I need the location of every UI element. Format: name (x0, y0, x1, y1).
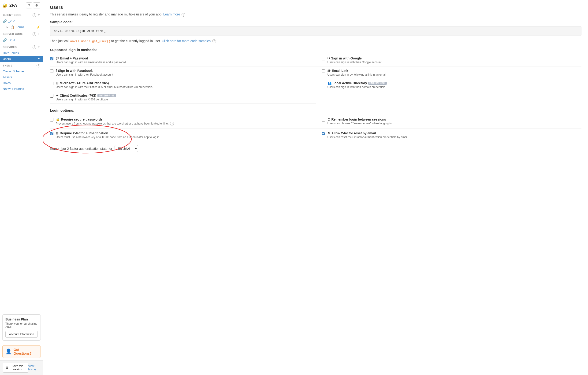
services-label: SERVICES (3, 46, 17, 49)
sidebar-item-assets[interactable]: Assets (0, 74, 43, 80)
business-plan-title: Business Plan (5, 317, 38, 321)
then-call-description: Then just call anvil.users.get_user() to… (50, 39, 581, 43)
client-code-label: CLIENT CODE (3, 14, 21, 16)
lock-icon: 🔒 (56, 118, 60, 121)
remember-login-checkbox[interactable] (322, 118, 325, 122)
settings-button[interactable]: ⚙ (33, 2, 40, 9)
services-help-icon[interactable]: ? (32, 45, 36, 49)
sidebar-item-label: Users (3, 57, 11, 61)
secure-passwords-checkbox[interactable] (50, 118, 53, 122)
view-history-link[interactable]: View history (28, 365, 40, 371)
help-button[interactable]: ? (26, 2, 32, 9)
services-section: SERVICES ? + (0, 43, 43, 50)
method-email-password: @ Email + Password Users can sign in wit… (50, 54, 316, 66)
sidebar-item-users[interactable]: Users ▼ (0, 56, 43, 62)
page-description: This service makes it easy to register a… (50, 12, 581, 17)
cert-icon: ✦ (56, 94, 59, 97)
email-password-checkbox[interactable] (50, 57, 53, 61)
server-code-add-button[interactable]: + (37, 32, 40, 36)
got-questions-box: 👤 Got Questions? (2, 345, 41, 358)
login-options-grid: 🔒 Require secure passwords Prevent users… (50, 115, 581, 142)
clock-icon: ⊙ (327, 118, 330, 121)
sidebar-item-data-tables[interactable]: Data Tables (0, 50, 43, 56)
theme-help-icon[interactable]: ? (37, 64, 40, 67)
2fa-icon: ⊞ (56, 131, 59, 135)
client-cert-checkbox[interactable] (50, 94, 53, 98)
learn-more-help-icon[interactable]: ? (182, 13, 185, 17)
server-code-label: SERVER CODE (3, 32, 23, 35)
method-desc-text: Users can sign in by following a link in… (327, 73, 582, 76)
method-desc-text: Users can sign in with an X.509 certific… (56, 98, 310, 101)
google-icon: G (327, 56, 330, 60)
method-name-text: Microsoft (Azure AD/Office 365) (60, 81, 109, 85)
secure-pass-help-icon[interactable]: ? (170, 122, 174, 125)
code-samples-help-icon[interactable]: ? (212, 39, 216, 43)
app-title: 2FA (9, 3, 25, 8)
expander-icon: ▶ (7, 26, 9, 28)
option-desc-text: Users can reset their 2-factor authentic… (327, 136, 582, 139)
require-2fa-checkbox[interactable] (50, 132, 53, 135)
module-icon: 🔗 (3, 38, 7, 42)
method-email-link: @ Email Link Users can sign in by follow… (316, 66, 582, 79)
lightning-icon: ⚡ (36, 25, 40, 29)
client-code-section: CLIENT CODE ? + (0, 11, 43, 18)
sidebar-item-label: _2FA (8, 38, 15, 42)
sidebar-item-label: Roles (3, 81, 10, 85)
business-plan-subtitle: Thank-you for purchasing Anvil. (5, 322, 38, 329)
learn-more-link[interactable]: Learn more (163, 12, 180, 16)
form-icon: 📋 (10, 25, 14, 29)
code-samples-link[interactable]: Click here for more code samples (162, 39, 210, 43)
method-desc-text: Users can sign in with their domain cred… (327, 85, 582, 89)
microsoft-checkbox[interactable] (50, 82, 53, 85)
method-desc-text: Users can sign in with their Office 365 … (56, 85, 310, 89)
save-icon: 🖫 (5, 366, 8, 369)
method-client-cert: ✦ Client Certificates (PKI) ENTERPRISE U… (50, 91, 316, 104)
services-add-button[interactable]: + (37, 45, 40, 49)
method-name-text: Sign in with Google (331, 56, 362, 60)
sidebar-item-2fa-server[interactable]: 🔗 _2FA (0, 37, 43, 43)
sample-code-block: anvil.users.login_with_form() (50, 26, 581, 36)
login-options-section: Login options: 🔒 Require secure password… (50, 108, 581, 155)
theme-label: THEME (3, 64, 12, 67)
server-code-section: SERVER CODE ? + (0, 30, 43, 37)
sidebar-item-2fa-client[interactable]: 🔗 _2FA (0, 18, 43, 24)
remember-2fa-label: Remember 2-factor authentication state f… (50, 147, 112, 151)
local-ad-checkbox[interactable] (322, 82, 325, 85)
google-checkbox[interactable] (322, 57, 325, 61)
option-name-text: Remember login between sessions (331, 118, 386, 121)
sidebar-item-label: Colour Scheme (3, 70, 24, 73)
method-name-text: Local Active Directory (333, 81, 367, 85)
sidebar-item-roles[interactable]: Roles (0, 80, 43, 86)
server-code-help-icon[interactable]: ? (32, 32, 36, 36)
email-link-checkbox[interactable] (322, 69, 325, 73)
module-icon: 🔗 (3, 19, 7, 23)
client-code-help-icon[interactable]: ? (32, 13, 36, 17)
save-version-button[interactable]: 🖫 Save this version (3, 363, 28, 373)
dropdown-arrow-icon: ▼ (37, 57, 40, 61)
sidebar: 🔐 2FA ? ⚙ CLIENT CODE ? + 🔗 _2FA ▶ 📋 For… (0, 0, 43, 375)
allow-2fa-reset-checkbox[interactable] (322, 132, 325, 135)
then-call-suffix: to get the currently logged-in user. (110, 39, 161, 43)
sidebar-item-colour-scheme[interactable]: Colour Scheme (0, 68, 43, 74)
sidebar-item-native-libraries[interactable]: Native Libraries (0, 86, 43, 92)
at-icon: @ (327, 69, 331, 72)
facebook-checkbox[interactable] (50, 69, 53, 73)
method-facebook: f Sign in with Facebook Users can sign i… (50, 66, 316, 79)
sidebar-item-label: _2FA (8, 19, 15, 23)
got-questions-text: Got Questions? (14, 348, 38, 355)
remember-2fa-select[interactable]: Disabled 1 hour 8 hours 24 hours 7 days … (115, 145, 138, 152)
sample-code-text: anvil.users.login_with_form() (54, 29, 107, 33)
account-information-button[interactable]: Account Information (5, 331, 38, 337)
method-name-text: Email Link (332, 69, 348, 72)
person-icon: 👤 (5, 349, 12, 355)
get-user-code: anvil.users.get_user() (70, 40, 110, 43)
sidebar-header: 🔐 2FA ? ⚙ (0, 0, 43, 11)
app-icon: 🔐 (3, 3, 8, 8)
client-code-add-button[interactable]: + (37, 13, 40, 17)
option-name-text: Allow 2-factor reset by email (331, 131, 376, 135)
page-title: Users (50, 5, 581, 10)
description-text: This service makes it easy to register a… (50, 12, 162, 16)
option-secure-passwords: 🔒 Require secure passwords Prevent users… (50, 115, 316, 129)
option-remember-login: ⊙ Remember login between sessions Users … (316, 115, 582, 129)
sidebar-item-form1[interactable]: ▶ 📋 Form1 ⚡ (0, 24, 43, 30)
